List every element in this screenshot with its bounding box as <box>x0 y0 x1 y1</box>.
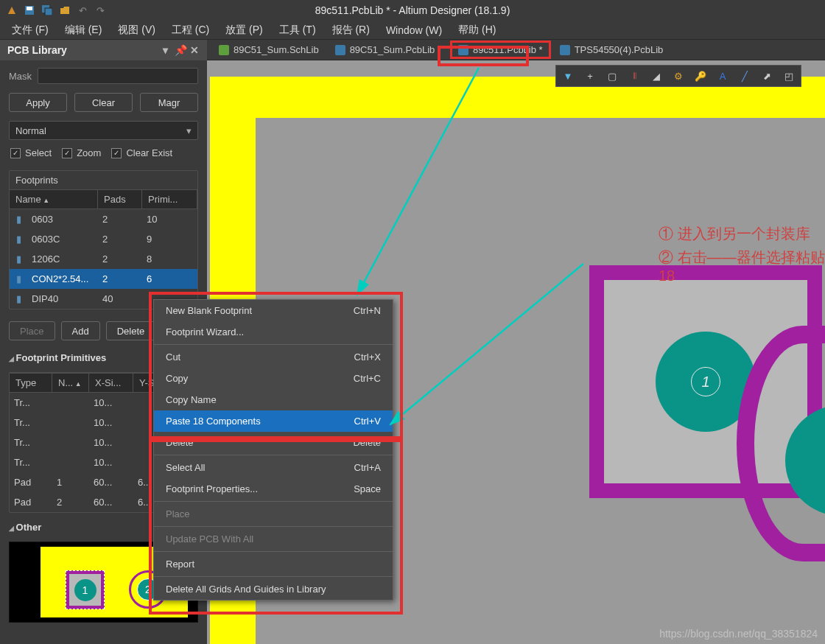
filter-icon[interactable]: ▼ <box>559 67 577 85</box>
add-button[interactable]: Add <box>61 321 100 340</box>
tab[interactable]: 89c511.PcbLib * <box>450 41 551 59</box>
svg-rect-1 <box>27 7 32 10</box>
col-n[interactable]: N... <box>52 374 89 392</box>
pin-icon[interactable]: 📌 <box>175 44 185 56</box>
tab[interactable]: 89C51_Sum.PcbLib * <box>328 41 449 58</box>
menu-window[interactable]: Window (W) <box>379 22 449 38</box>
close-icon[interactable]: ✕ <box>189 44 200 56</box>
preview-comp-1[interactable]: 1 <box>66 570 105 609</box>
col-name[interactable]: Name <box>10 190 98 209</box>
menu-bar: 文件 (F) 编辑 (E) 视图 (V) 工程 (C) 放置 (P) 工具 (T… <box>0 21 825 40</box>
table-row[interactable]: ▮0603210 <box>10 209 197 229</box>
fit-icon[interactable]: ◰ <box>780 67 798 85</box>
menu-project[interactable]: 工程 (C) <box>164 21 217 39</box>
context-menu-item[interactable]: Paste 18 ComponentsCtrl+V <box>154 410 393 432</box>
save-icon[interactable] <box>24 4 35 16</box>
col-type[interactable]: Type <box>10 374 52 392</box>
panel-header: PCB Library ▾ 📌 ✕ <box>0 40 207 60</box>
footprints-header: Footprints <box>10 171 197 189</box>
context-menu-item[interactable]: Footprint Wizard... <box>154 321 393 343</box>
redo-icon[interactable]: ↷ <box>94 4 106 16</box>
annotation-2: ② 右击——器件选择粘贴18 <box>659 248 825 284</box>
context-menu: New Blank FootprintCtrl+NFootprint Wizar… <box>153 299 393 601</box>
plus-icon[interactable]: + <box>581 67 599 85</box>
table-row[interactable]: ▮CON2*2.54...26 <box>10 269 197 289</box>
panel-title: PCB Library <box>7 44 67 56</box>
document-tabs: 89C51_Sum.SchLib89C51_Sum.PcbLib *89c511… <box>207 40 825 60</box>
delete-button[interactable]: Delete <box>106 321 156 340</box>
tab[interactable]: TPS54550(4).PcbLib <box>552 41 671 58</box>
context-menu-item[interactable]: CopyCtrl+C <box>154 368 393 389</box>
context-menu-item[interactable]: CutCtrl+X <box>154 346 393 368</box>
svg-rect-3 <box>45 8 52 15</box>
open-icon[interactable] <box>59 4 71 16</box>
watermark: https://blog.csdn.net/qq_38351824 <box>659 628 818 640</box>
text-icon[interactable]: A <box>714 67 731 85</box>
col-x[interactable]: X-Si... <box>89 374 133 392</box>
key-icon[interactable]: 🔑 <box>692 67 709 85</box>
place-button[interactable]: Place <box>9 321 55 340</box>
bars-icon[interactable]: ⦀ <box>625 67 643 85</box>
line-icon[interactable]: ╱ <box>736 67 754 85</box>
menu-place[interactable]: 放置 (P) <box>218 21 270 39</box>
clear-button[interactable]: Clear <box>74 93 133 112</box>
context-menu-item[interactable]: DeleteDelete <box>154 432 393 453</box>
context-menu-item[interactable]: Report <box>154 553 393 575</box>
pad-2[interactable] <box>785 405 825 516</box>
magnify-button[interactable]: Magr <box>140 93 198 112</box>
context-menu-item: Place <box>154 503 393 525</box>
window-title: 89c511.PcbLib * - Altium Designer (18.1.… <box>315 4 510 16</box>
undo-icon[interactable]: ↶ <box>77 4 88 16</box>
apply-button[interactable]: Apply <box>9 93 67 112</box>
resize-icon[interactable]: ⬈ <box>758 67 776 85</box>
eraser-icon[interactable]: ◢ <box>647 67 665 85</box>
menu-help[interactable]: 帮助 (H) <box>451 21 503 39</box>
menu-edit[interactable]: 编辑 (E) <box>57 21 110 39</box>
app-icon <box>6 4 18 16</box>
mask-input[interactable] <box>38 68 198 84</box>
mask-label: Mask <box>9 71 32 82</box>
menu-report[interactable]: 报告 (R) <box>325 21 377 39</box>
panel-dropdown-icon[interactable]: ▾ <box>160 44 170 56</box>
menu-tools[interactable]: 工具 (T) <box>272 21 323 39</box>
view-toolbar: ▼ + ▢ ⦀ ◢ ⚙ 🔑 A ╱ ⬈ ◰ <box>555 65 801 87</box>
table-row[interactable]: ▮1206C28 <box>10 249 197 269</box>
gear-icon[interactable]: ⚙ <box>670 67 687 85</box>
save-all-icon[interactable] <box>41 4 53 16</box>
check-select[interactable]: ✓Select <box>10 147 52 158</box>
menu-view[interactable]: 视图 (V) <box>110 21 163 39</box>
annotation-1: ① 进入到另一个封装库 <box>659 224 810 244</box>
context-menu-item[interactable]: Select AllCtrl+A <box>154 457 393 478</box>
context-menu-item[interactable]: Delete All Grids And Guides in Library <box>154 578 393 600</box>
footprints-table: Name Pads Primi... ▮0603210▮0603C29▮1206… <box>10 189 197 309</box>
context-menu-item[interactable]: Footprint Properties...Space <box>154 478 393 500</box>
col-prim[interactable]: Primi... <box>142 190 197 209</box>
select-icon[interactable]: ▢ <box>603 67 621 85</box>
context-menu-item: Update PCB With All <box>154 528 393 550</box>
context-menu-item[interactable]: Copy Name <box>154 389 393 410</box>
context-menu-item[interactable]: New Blank FootprintCtrl+N <box>154 300 393 321</box>
check-clearexist[interactable]: ✓Clear Exist <box>111 147 172 158</box>
filter-combo[interactable]: Normal <box>9 121 198 140</box>
table-row[interactable]: ▮0603C29 <box>10 229 197 249</box>
col-pads[interactable]: Pads <box>98 190 142 209</box>
tab[interactable]: 89C51_Sum.SchLib <box>211 41 326 58</box>
check-zoom[interactable]: ✓Zoom <box>62 147 101 158</box>
menu-file[interactable]: 文件 (F) <box>4 21 56 39</box>
